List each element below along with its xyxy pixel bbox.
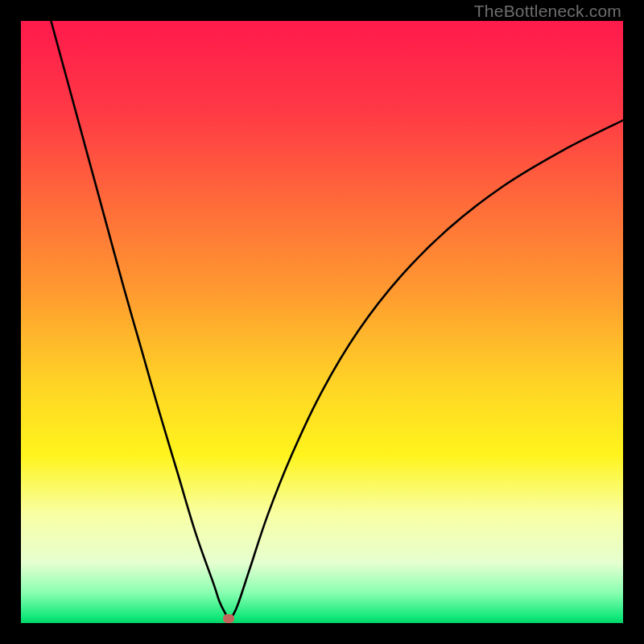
- plot-area: [21, 21, 623, 623]
- watermark-text: TheBottleneck.com: [474, 2, 621, 21]
- bottleneck-curve: [21, 21, 623, 623]
- chart-frame: TheBottleneck.com: [0, 0, 644, 644]
- bottleneck-marker: [223, 614, 234, 623]
